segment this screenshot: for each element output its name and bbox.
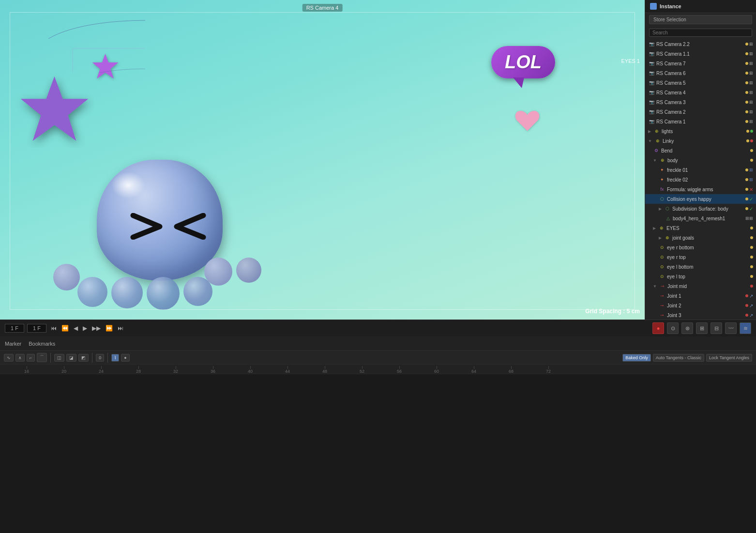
camera-icon: 📷 xyxy=(648,89,655,96)
range-button-1[interactable]: ◫ xyxy=(54,354,64,362)
auto-tangents-button[interactable]: Auto Tangents - Classic xyxy=(653,354,704,362)
curve-step-button[interactable]: ⌐ xyxy=(27,354,35,362)
search-bar xyxy=(645,27,756,38)
search-input[interactable] xyxy=(649,29,752,37)
camera-icon: 📷 xyxy=(648,118,655,125)
scene-item-joint-1[interactable]: ⊸ Joint 1 ↗ xyxy=(645,291,756,301)
character-body xyxy=(82,160,227,295)
value-input-button[interactable]: 0 xyxy=(96,354,104,362)
scene-item-body-group[interactable]: ▼ ⊕ body xyxy=(645,155,756,165)
bookmarks-tab[interactable]: Bookmarks xyxy=(29,341,55,347)
scene-item-rs-camera-7[interactable]: 📷 RS Camera 7 ⊞ xyxy=(645,59,756,68)
scene-item-subdivision-body[interactable]: ▶ ⬡ Subdivision Surface: body ✓ xyxy=(645,204,756,213)
record-button[interactable]: ● xyxy=(652,322,664,334)
joint-icon: ✦ xyxy=(659,167,665,173)
key-all-button[interactable]: ⊛ xyxy=(681,322,693,334)
ruler-mark-72: 72 xyxy=(546,366,551,374)
eye-obj-icon: ⊙ xyxy=(659,244,665,251)
ruler-mark-52: 52 xyxy=(360,366,364,374)
eye-obj-icon: ⊙ xyxy=(659,263,665,270)
scene-item-joint-goals[interactable]: ▶ ⊕ joint goals xyxy=(645,233,756,243)
scene-item-joint-2[interactable]: ⊸ Joint 2 ↗ xyxy=(645,301,756,310)
svg-marker-1 xyxy=(92,54,119,79)
camera-icon: 📷 xyxy=(648,41,655,47)
go-to-end-button[interactable]: ⏭ xyxy=(116,324,125,333)
scene-item-rs-camera-5[interactable]: 📷 RS Camera 5 ⊞ xyxy=(645,78,756,88)
null-icon: ⊕ xyxy=(653,128,660,135)
range-button-2[interactable]: ◪ xyxy=(66,354,76,362)
scene-item-rs-camera-1-1[interactable]: 📷 RS Camera 1.1 ⊞ xyxy=(645,49,756,59)
eyes-label: EYES 1 xyxy=(621,58,640,64)
frame-current-display: 1 F xyxy=(27,324,46,333)
timeline-section: Marker Bookmarks ∿ ∧ ⌐ ⌒ ◫ ◪ ◩ 0 ⌇ ● Bak… xyxy=(0,336,756,533)
ruler-mark-60: 60 xyxy=(434,366,439,374)
prev-keyframe-button[interactable]: ⏪ xyxy=(60,324,70,333)
timeline-ruler: 16 20 24 28 32 36 xyxy=(0,365,756,374)
dot-button[interactable]: ● xyxy=(121,354,129,362)
scene-item-rs-camera-3[interactable]: 📷 RS Camera 3 ⊞ xyxy=(645,97,756,107)
ruler-mark-68: 68 xyxy=(509,366,514,374)
heart xyxy=(514,109,541,135)
star-small xyxy=(90,52,121,82)
scene-item-lights[interactable]: ▶ ⊕ lights xyxy=(645,126,756,136)
camera-icon: 📷 xyxy=(648,99,655,106)
camera-icon: 📷 xyxy=(648,79,655,86)
scene-item-freckle-01[interactable]: ✦ freckle 01 ⊞ xyxy=(645,165,756,175)
prev-frame-button[interactable]: ◀ xyxy=(72,324,79,333)
wave-button[interactable]: ⌇ xyxy=(111,354,119,362)
scene-item-rs-camera-6[interactable]: 📷 RS Camera 6 ⊞ xyxy=(645,68,756,78)
store-selection-button[interactable]: Store Selection xyxy=(649,15,752,24)
next-keyframe-button[interactable]: ⏩ xyxy=(104,324,114,333)
eye-obj-icon: ⊙ xyxy=(659,273,665,280)
camera-icon: 📷 xyxy=(648,108,655,115)
scene-item-rs-camera-2-2[interactable]: 📷 RS Camera 2.2 ⊞ xyxy=(645,39,756,49)
scene-item-eye-l-bottom[interactable]: ⊙ eye l bottom xyxy=(645,262,756,272)
motion-path-button[interactable]: 〰 xyxy=(725,322,737,334)
play-button[interactable]: ▶ xyxy=(81,324,89,333)
scene-item-eye-r-top[interactable]: ⊙ eye r top xyxy=(645,252,756,262)
mesh-icon: △ xyxy=(665,215,671,222)
snap-button[interactable]: ⊙ xyxy=(667,322,679,334)
ruler-mark-64: 64 xyxy=(471,366,476,374)
ruler-mark-40: 40 xyxy=(248,366,253,374)
modifier-icon: ⚙ xyxy=(653,147,660,154)
next-frame-button[interactable]: ▶▶ xyxy=(91,324,102,333)
go-to-start-button[interactable]: ⏮ xyxy=(49,324,58,333)
star-large xyxy=(15,73,94,149)
curve-editor-button[interactable]: ≋ xyxy=(740,322,751,334)
joint-child-icon: ⊸ xyxy=(659,292,665,299)
curve-bump-button[interactable]: ⌒ xyxy=(37,353,47,362)
main-layout: RS Camera 4 EYES 1 LOL xyxy=(0,0,756,533)
svg-marker-0 xyxy=(21,76,89,141)
scene-item-freckle-02[interactable]: ✦ freckle 02 ⊞ xyxy=(645,175,756,184)
joint-icon: ✦ xyxy=(659,176,665,183)
scene-item-eye-l-top[interactable]: ⊙ eye l top xyxy=(645,272,756,281)
scene-item-eye-r-bottom[interactable]: ⊙ eye r bottom xyxy=(645,243,756,252)
viewport: RS Camera 4 EYES 1 LOL xyxy=(0,0,645,320)
scene-item-rs-camera-4[interactable]: 📷 RS Camera 4 ⊞ xyxy=(645,88,756,97)
scene-item-bend[interactable]: ⚙ Bend xyxy=(645,146,756,155)
scene-item-rs-camera-1[interactable]: 📷 RS Camera 1 ⊞ xyxy=(645,117,756,126)
scene-item-collision-eyes[interactable]: ⬡ Collision eyes happy ✓ xyxy=(645,194,756,204)
camera-icon: 📷 xyxy=(648,70,655,76)
scene-item-linky[interactable]: ▼ ⊕ Linky xyxy=(645,136,756,146)
panel-header: Instance xyxy=(645,0,756,13)
key-sel-button[interactable]: ⊞ xyxy=(696,322,708,334)
baked-only-button[interactable]: Baked Only xyxy=(622,354,651,362)
joint-child-icon: ⊸ xyxy=(659,302,665,309)
curve-v-button[interactable]: ∧ xyxy=(15,354,25,362)
key-man-button[interactable]: ⊟ xyxy=(711,322,722,334)
marker-tab[interactable]: Marker xyxy=(5,341,21,347)
ruler-mark-44: 44 xyxy=(285,366,290,374)
scene-item-joint-mid[interactable]: ▼ ⊸ Joint mid xyxy=(645,281,756,291)
scene-item-joint-3[interactable]: ⊸ Joint 3 ↗ xyxy=(645,310,756,320)
scene-item-rs-camera-2[interactable]: 📷 RS Camera 2 ⊞ xyxy=(645,107,756,117)
scene-item-body4-hero[interactable]: △ body4_hero_4_remesh1 ⊞⊞ xyxy=(645,213,756,223)
scene-item-eyes-group[interactable]: ▶ ⊕ EYES xyxy=(645,223,756,233)
curve-sine-button[interactable]: ∿ xyxy=(4,354,14,362)
lock-tangents-button[interactable]: Lock Tangent Angles xyxy=(706,354,752,362)
bottom-toolbar: 1 F 1 F ⏮ ⏪ ◀ ▶ ▶▶ ⏩ ⏭ ● ⊙ ⊛ ⊞ ⊟ 〰 ≋ xyxy=(0,320,756,336)
range-button-3[interactable]: ◩ xyxy=(78,354,89,362)
scene-item-formula-wiggle[interactable]: fx Formula: wiggle arms ✕ xyxy=(645,184,756,194)
camera-icon: 📷 xyxy=(648,50,655,57)
